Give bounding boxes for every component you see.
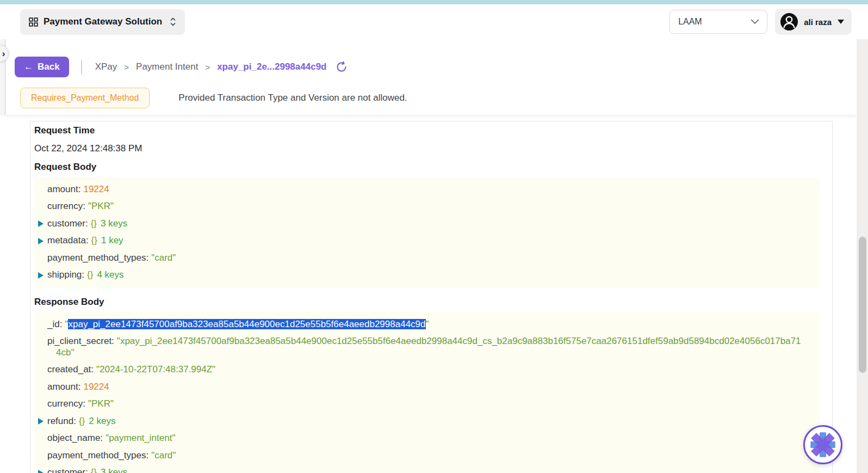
json-quote: " [172,253,176,263]
refresh-icon [336,61,348,73]
json-row-created_at: created_at:"2024-10-22T07:48:37.994Z" [34,361,809,379]
json-quote: " [172,450,176,460]
json-key-count: 2 keys [89,416,115,426]
org-select[interactable]: LAAM [669,10,767,34]
divider [81,60,82,75]
user-avatar-icon [779,12,799,32]
json-row-customer[interactable]: customer:{}3 keys [34,215,809,232]
breadcrumb-item-payment-intent[interactable]: Payment Intent [136,62,198,72]
sort-chevrons-icon [170,17,176,27]
top-accent-strip [0,0,868,4]
scrollbar-track[interactable] [857,39,868,473]
json-number-value: 19224 [83,382,109,392]
json-number-value: 19224 [83,184,109,194]
caret-down-icon [838,20,844,24]
json-row-refund[interactable]: refund:{}2 keys [34,413,809,430]
scrollbar-thumb[interactable] [859,237,866,373]
json-key: payment_method_types: [47,253,148,263]
request-time-value: Oct 22, 2024 12:48:38 PM [34,142,832,155]
json-key: amount: [47,382,80,392]
app-switcher-button[interactable]: Payment Gateway Solution [20,9,185,35]
json-row-_id: _id:"xpay_pi_2ee1473f45700af9ba323ea85a5… [34,316,809,333]
breadcrumb-item-intent-id[interactable]: xpay_pi_2e...2998a44c9d [217,62,326,72]
json-key: currency: [47,398,85,409]
json-braces[interactable]: {} [91,467,97,473]
json-quote: " [426,319,429,329]
json-key-count: 4 keys [97,269,123,280]
json-braces[interactable]: {} [91,218,97,229]
json-row-metadata[interactable]: metadata:{}1 key [34,232,809,250]
status-row: Requires_Payment_Method Provided Transac… [20,88,407,108]
request-body-json: amount:19224currency:"PKR"customer:{}3 k… [34,177,820,288]
json-string-value: card [154,253,172,263]
json-key: currency: [47,201,85,211]
json-string-value-selected: xpay_pi_2ee1473f45700af9ba323ea85a5b44e9… [68,319,425,329]
top-bar: Payment Gateway Solution LAAM ali raza [0,4,868,39]
breadcrumb-separator: > [205,63,210,72]
expand-triangle-icon[interactable] [38,238,44,244]
json-key: customer: [47,467,88,473]
user-menu[interactable]: ali raza [775,9,852,35]
json-braces[interactable]: {} [87,269,93,280]
status-badge: Requires_Payment_Method [20,88,150,108]
json-string-value: card [154,450,172,460]
json-row-object_name: object_name:"payment_intent" [34,430,809,447]
topbar-right-group: LAAM ali raza [669,9,852,35]
json-braces[interactable]: {} [79,416,85,426]
json-row-payment_method_types: payment_method_types:"card" [34,447,809,464]
expand-triangle-icon[interactable] [38,220,44,227]
expand-triangle-icon[interactable] [38,272,44,279]
json-string-value: 2024-10-22T07:48:37.994Z [100,364,212,374]
chevron-down-icon [751,19,759,24]
json-key: customer: [47,218,88,229]
json-string-value: PKR [91,398,110,409]
chat-widget-button[interactable] [803,425,842,464]
json-key: object_name: [47,433,103,443]
json-quote: " [110,201,114,211]
back-button[interactable]: ← Back [15,57,69,77]
json-braces[interactable]: {} [91,235,97,245]
app-switcher-label: Payment Gateway Solution [44,16,162,27]
json-string-value: xpay_pi_2ee1473f45700af9ba323ea85a5b44e9… [56,336,801,358]
json-key: created_at: [47,364,94,374]
json-key: amount: [47,184,80,194]
json-string-value: payment_intent [109,433,172,443]
json-key: pi_client_secret: [47,336,114,346]
json-key-count: 3 keys [101,218,127,229]
refresh-button[interactable] [336,61,348,73]
json-key: metadata: [47,235,89,245]
json-string-value: PKR [91,201,110,211]
breadcrumb-separator: > [124,63,129,72]
json-row-currency: currency:"PKR" [34,396,809,413]
json-row-shipping[interactable]: shipping:{}4 keys [34,267,809,284]
breadcrumb-item-xpay[interactable]: XPay [95,62,117,72]
json-quote: " [212,364,215,374]
page-header: ← Back XPay > Payment Intent > xpay_pi_2… [5,39,857,115]
chevron-right-icon: › [0,49,5,58]
json-key: shipping: [47,269,84,280]
request-body-heading: Request Body [34,161,832,174]
breadcrumb: XPay > Payment Intent > xpay_pi_2e...299… [95,62,327,72]
json-key-count: 1 key [101,235,123,245]
response-body-json: _id:"xpay_pi_2ee1473f45700af9ba323ea85a5… [34,312,820,473]
json-row-pi_client_secret: pi_client_secret:"xpay_pi_2ee1473f45700a… [34,333,809,361]
back-button-label: Back [38,62,60,72]
json-row-currency: currency:"PKR" [34,198,809,216]
breadcrumb-row: ← Back XPay > Payment Intent > xpay_pi_2… [15,57,348,77]
back-arrow-icon: ← [24,62,33,72]
org-select-value: LAAM [678,17,702,27]
user-name: ali raza [804,17,832,27]
page: Payment Gateway Solution LAAM ali raza [0,0,868,473]
json-key: refund: [47,416,76,426]
expand-triangle-icon[interactable] [38,470,44,473]
detail-panel: Request Time Oct 22, 2024 12:48:38 PM Re… [30,121,833,473]
json-key: payment_method_types: [47,450,148,460]
json-row-customer[interactable]: customer:{}3 keys [34,464,809,473]
json-quote: " [71,347,74,358]
json-row-amount: amount:19224 [34,378,809,396]
expand-triangle-icon[interactable] [38,418,44,425]
json-key: _id: [47,319,62,329]
json-quote: " [110,398,114,409]
json-row-payment_method_types: payment_method_types:"card" [34,249,809,267]
json-quote: " [172,433,175,443]
